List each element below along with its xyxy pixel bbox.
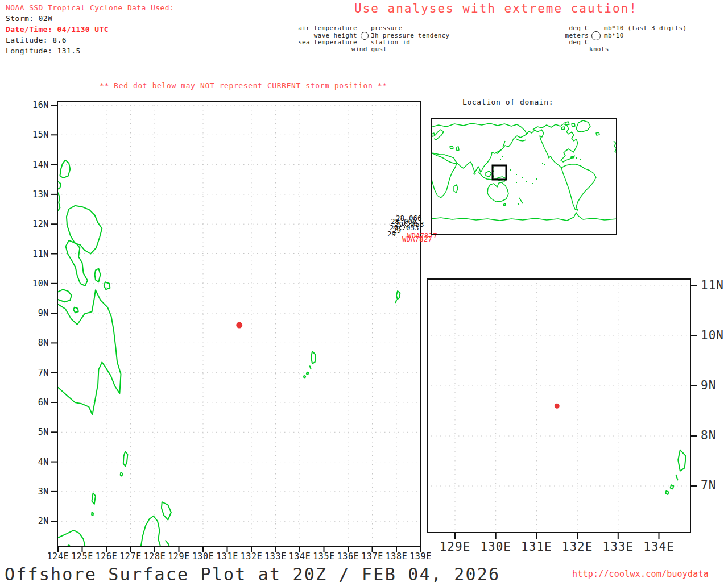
axis-label: 133E bbox=[600, 540, 636, 554]
station-tendency: 053 bbox=[411, 220, 424, 228]
axis-label: 9N bbox=[22, 308, 49, 318]
units-tendency: mb*10 bbox=[604, 32, 624, 39]
axis-label: 11N bbox=[22, 249, 49, 259]
legend-air-temperature: air temperature bbox=[267, 24, 357, 32]
units-model-circle-icon bbox=[592, 31, 601, 40]
axis-label: 13N bbox=[22, 189, 49, 199]
buoy-plot-page: NOAA SSD Tropical Cyclone Data Used: Sto… bbox=[0, 0, 728, 582]
axis-label: 132E bbox=[559, 540, 595, 554]
world-coastline-map bbox=[431, 118, 617, 235]
axis-label: 7N bbox=[22, 368, 49, 378]
axis-label: 134E bbox=[641, 540, 677, 554]
axis-label: 16N bbox=[22, 100, 49, 110]
axis-label: 9N bbox=[701, 379, 716, 392]
units-wind-gust: knots bbox=[589, 45, 609, 53]
station-sea-temp: 29 bbox=[392, 226, 401, 235]
axis-label: 10N bbox=[701, 329, 724, 342]
caution-banner: Use analyses with extreme caution! bbox=[354, 2, 638, 15]
axis-label: 14N bbox=[22, 160, 49, 170]
axis-label: 130E bbox=[478, 540, 514, 554]
axis-label: 129E bbox=[437, 540, 473, 554]
axis-label: 12N bbox=[22, 219, 49, 229]
zoom-map-panel: 11N10N9N8N7N129E130E131E132E133E134E bbox=[427, 278, 691, 533]
storm-datetime: Date/Time: 04/1130 UTC bbox=[6, 25, 109, 34]
world-inset-map bbox=[431, 118, 617, 235]
axis-label: 131E bbox=[518, 540, 555, 554]
storm-position-warning: ** Red dot below may NOT represent CURRE… bbox=[100, 81, 387, 90]
units-air-temp: deg C bbox=[512, 24, 589, 32]
axis-label: 5N bbox=[22, 427, 49, 437]
station-model-circle-icon bbox=[361, 32, 369, 40]
axis-label: 15N bbox=[22, 130, 49, 140]
main-map-panel: 16N15N14N13N12N11N10N9N8N7N6N5N4N3N2N124… bbox=[57, 101, 421, 547]
legend-pressure: pressure bbox=[371, 24, 402, 32]
axis-label: 6N bbox=[22, 397, 49, 408]
axis-label: 139E bbox=[403, 551, 439, 562]
legend-wind-gust: wind gust bbox=[351, 45, 387, 53]
axis-label: 7N bbox=[701, 479, 716, 492]
axis-label: 3N bbox=[22, 487, 49, 497]
storm-name: Storm: 02W bbox=[6, 14, 52, 23]
storm-longitude: Longitude: 131.5 bbox=[6, 47, 81, 55]
units-sea-temp: deg C bbox=[512, 39, 589, 46]
station-circle-icon bbox=[404, 221, 410, 227]
source-url[interactable]: http://coolwx.com/buoydata bbox=[572, 569, 709, 579]
plot-title: Offshore Surface Plot at 20Z / FEB 04, 2… bbox=[5, 564, 500, 582]
axis-label: 8N bbox=[22, 338, 49, 348]
inset-title: Location of domain: bbox=[462, 98, 553, 106]
units-pressure: mb*10 (last 3 digits) bbox=[604, 24, 686, 32]
axis-label: 11N bbox=[701, 278, 724, 292]
axis-label: 2N bbox=[22, 516, 49, 526]
legend-sea-temperature: sea temperature bbox=[267, 39, 357, 46]
storm-latitude: Latitude: 8.6 bbox=[6, 36, 67, 44]
axis-label: 4N bbox=[22, 457, 49, 467]
axis-label: 10N bbox=[22, 278, 49, 289]
noaa-source-line: NOAA SSD Tropical Cyclone Data Used: bbox=[6, 3, 174, 12]
axis-label: 8N bbox=[701, 429, 716, 442]
